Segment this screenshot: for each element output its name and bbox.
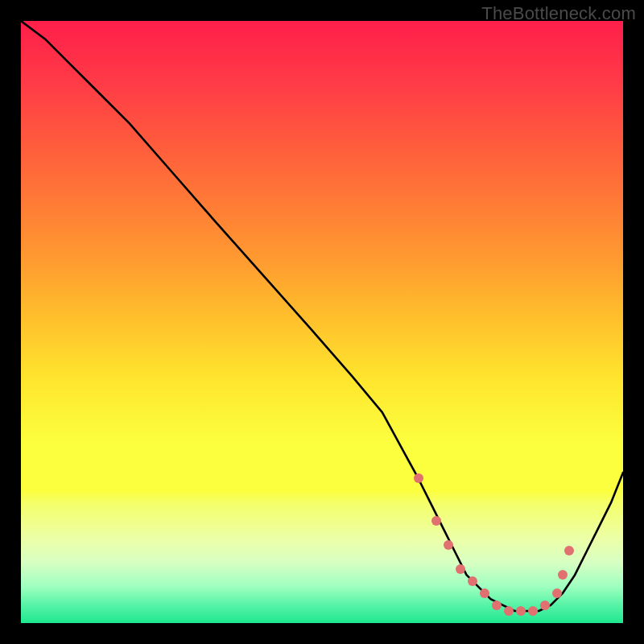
- highlight-marker: [540, 601, 550, 610]
- highlight-marker: [468, 576, 477, 586]
- highlight-marker: [528, 606, 538, 616]
- highlight-marker: [414, 473, 423, 483]
- highlight-marker: [456, 564, 465, 574]
- highlight-marker: [444, 540, 453, 550]
- highlight-markers: [21, 21, 623, 623]
- highlight-marker: [492, 601, 502, 610]
- highlight-marker: [516, 606, 526, 616]
- highlight-marker: [480, 588, 489, 598]
- chart-frame: TheBottleneck.com: [0, 0, 644, 644]
- plot-area: [21, 21, 623, 623]
- highlight-marker: [558, 570, 568, 580]
- highlight-marker: [431, 516, 441, 526]
- highlight-marker: [564, 546, 574, 555]
- watermark-text: TheBottleneck.com: [481, 3, 636, 24]
- highlight-marker: [552, 588, 562, 598]
- highlight-marker: [504, 606, 514, 616]
